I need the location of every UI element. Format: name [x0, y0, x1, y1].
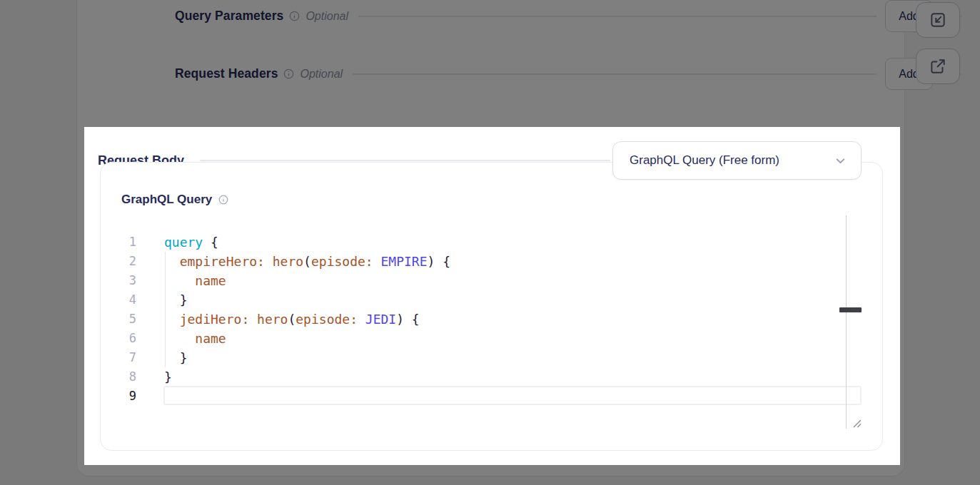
code-line: 5 jediHero: hero(episode: JEDI) {: [118, 310, 450, 329]
line-number: 6: [118, 329, 136, 348]
code-line: 4 }: [118, 290, 450, 310]
dim-overlay-bottom: [0, 465, 980, 485]
line-number: 2: [118, 252, 136, 271]
chevron-down-icon: [834, 155, 847, 167]
code-line: 7 }: [118, 348, 450, 367]
graphql-query-label-row: GraphQL Query: [121, 193, 228, 207]
code-line: 6 name: [118, 329, 450, 348]
code-line: 2 empireHero: hero(episode: EMPIRE) {: [118, 252, 450, 271]
line-number: 8: [118, 367, 136, 387]
line-number: 9: [118, 387, 136, 406]
graphql-query-label: GraphQL Query: [121, 193, 212, 207]
code-line: 9: [118, 387, 450, 406]
dim-overlay-left: [0, 127, 84, 465]
request-body-type-select[interactable]: GraphQL Query (Free form): [612, 141, 862, 180]
code-line: 8}: [118, 367, 450, 387]
page: Query Parameters Optional Add Request He…: [0, 0, 980, 485]
graphql-query-editor[interactable]: 1query {2 empireHero: hero(episode: EMPI…: [118, 233, 450, 406]
line-number: 3: [118, 271, 136, 290]
resize-grip-icon[interactable]: [852, 418, 862, 429]
line-number: 4: [118, 290, 136, 310]
dim-overlay-right: [900, 127, 980, 465]
dim-overlay-top: [0, 0, 980, 127]
code-line: 3 name: [118, 271, 450, 290]
editor-scrollbar-thumb[interactable]: [839, 307, 862, 312]
request-body-type-value: GraphQL Query (Free form): [630, 153, 827, 168]
line-number: 1: [118, 233, 136, 252]
divider: [200, 160, 610, 161]
editor-scrollbar-track: [846, 215, 847, 429]
line-number: 7: [118, 348, 136, 367]
line-number: 5: [118, 310, 136, 329]
info-icon[interactable]: [218, 195, 228, 205]
code-line: 1query {: [118, 233, 450, 252]
